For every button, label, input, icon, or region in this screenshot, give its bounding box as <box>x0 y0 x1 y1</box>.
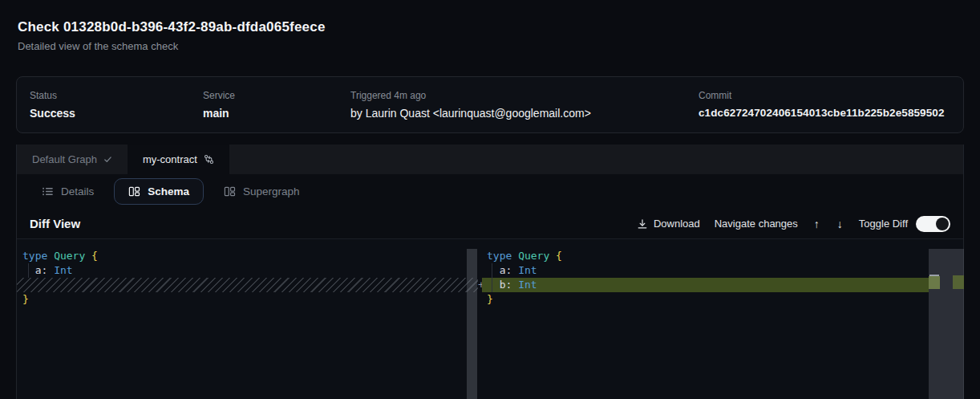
arrow-down-icon: ↓ <box>837 218 843 230</box>
tab-schema[interactable]: Schema <box>114 178 204 205</box>
compare-icon <box>204 154 214 165</box>
meta-service: Service main <box>203 90 235 120</box>
diff-added-line: b: Int <box>482 278 929 292</box>
tab-details[interactable]: Details <box>30 178 106 205</box>
service-label: Service <box>203 90 235 101</box>
page-title: Check 01328b0d-b396-43f2-89ab-dfda065fee… <box>18 19 326 35</box>
download-icon <box>637 218 648 230</box>
diff-view-title: Diff View <box>30 217 80 230</box>
triggered-value: by Laurin Quast <laurinquast@googlemail.… <box>350 107 591 120</box>
diff-placeholder-line <box>17 278 478 292</box>
overview-ruler-added-marker <box>953 275 964 289</box>
indent-guide <box>492 263 492 292</box>
diff-header: Diff View Download Navigate changes ↑ ↓ <box>17 209 963 239</box>
columns-icon <box>224 185 236 197</box>
diff-pane-after[interactable]: type Query { a: Int b: Int} <box>482 239 929 399</box>
navigate-changes-label: Navigate changes <box>715 218 798 230</box>
status-label: Status <box>30 90 75 101</box>
code-line: } <box>487 292 929 307</box>
list-icon <box>42 185 54 197</box>
graph-tab-strip: Default Graph my-contract <box>17 145 963 174</box>
tab-my-contract-label: my-contract <box>143 153 197 165</box>
toggle-diff-group: Toggle Diff <box>859 216 950 232</box>
download-label: Download <box>654 218 700 230</box>
minimap-added-line <box>929 276 940 289</box>
tab-supergraph[interactable]: Supergraph <box>212 178 312 205</box>
meta-status: Status Success <box>30 90 75 120</box>
meta-triggered: Triggered 4m ago by Laurin Quast <laurin… <box>350 90 591 120</box>
status-value: Success <box>30 107 75 120</box>
tab-details-label: Details <box>61 185 94 197</box>
commit-value: c1dc62724702406154013cbe11b225b2e5859502 <box>699 107 945 119</box>
diff-controls: Download Navigate changes ↑ ↓ Toggle Dif… <box>637 216 950 232</box>
code-line: type Query { <box>22 249 478 263</box>
view-tab-row: Details Schema Supergraph <box>17 174 963 209</box>
page-subtitle: Detailed view of the schema check <box>18 40 326 52</box>
diff-pane-before[interactable]: type Query { a: Int} <box>17 239 478 399</box>
toggle-diff-label: Toggle Diff <box>859 218 908 230</box>
toggle-diff-switch[interactable] <box>916 216 950 232</box>
code-line: a: Int <box>22 263 478 278</box>
code-line: type Query { <box>487 249 929 263</box>
triggered-label: Triggered 4m ago <box>350 90 591 101</box>
commit-label: Commit <box>699 90 945 101</box>
left-pane-scrollbar[interactable] <box>467 249 477 399</box>
check-icon <box>103 155 112 164</box>
code-line: a: Int <box>487 263 929 278</box>
minimap[interactable] <box>929 249 964 399</box>
arrow-up-icon: ↑ <box>814 218 820 230</box>
columns-icon <box>128 185 140 197</box>
previous-change-button[interactable]: ↑ <box>812 218 821 230</box>
code-line: } <box>22 292 478 307</box>
check-meta-card: Status Success Service main Triggered 4m… <box>16 76 964 133</box>
tab-schema-label: Schema <box>148 185 189 197</box>
navigate-changes-button[interactable]: Navigate changes <box>715 218 798 230</box>
indent-guide <box>28 263 29 278</box>
toggle-knob <box>936 218 949 230</box>
tab-default-graph[interactable]: Default Graph <box>17 145 128 174</box>
download-button[interactable]: Download <box>637 218 700 230</box>
schema-diff-editor: type Query { a: Int} + type Query { a: I… <box>17 239 963 399</box>
meta-commit: Commit c1dc62724702406154013cbe11b225b2e… <box>699 90 945 119</box>
next-change-button[interactable]: ↓ <box>836 218 844 230</box>
tab-supergraph-label: Supergraph <box>243 185 300 197</box>
page-header: Check 01328b0d-b396-43f2-89ab-dfda065fee… <box>18 19 326 52</box>
main-panel: Default Graph my-contract <box>16 145 964 399</box>
tab-my-contract[interactable]: my-contract <box>128 145 229 174</box>
tab-default-graph-label: Default Graph <box>32 153 97 165</box>
service-value: main <box>203 107 235 120</box>
